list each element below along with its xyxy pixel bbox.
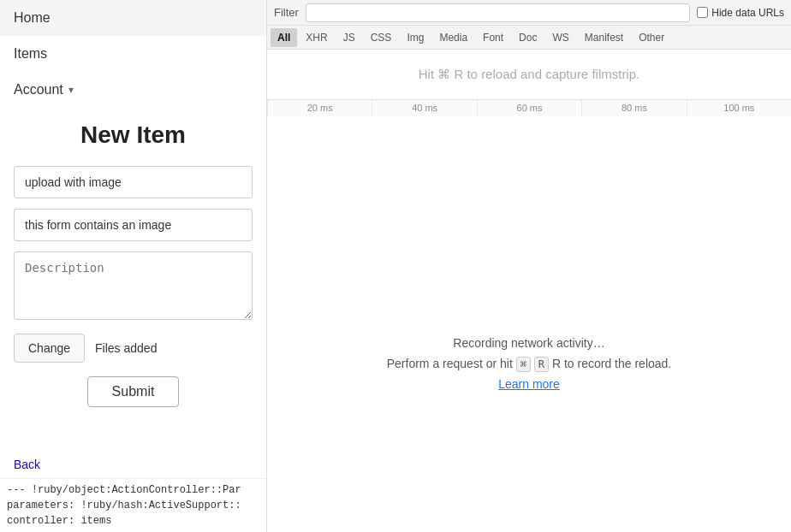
- hide-data-urls-checkbox[interactable]: [697, 7, 708, 18]
- devtools-panel: Filter Hide data URLs All XHR JS CSS Img…: [267, 0, 791, 532]
- tab-media[interactable]: Media: [432, 28, 474, 47]
- files-added-label: Files added: [95, 341, 157, 355]
- page-title: New Item: [14, 121, 253, 149]
- tab-font[interactable]: Font: [476, 28, 510, 47]
- network-status-area: Recording network activity… Perform a re…: [267, 195, 791, 532]
- ruler-mark-60: 60 ms: [477, 100, 581, 116]
- nav-home[interactable]: Home: [0, 0, 266, 36]
- cmd-key: ⌘: [516, 357, 531, 372]
- back-link[interactable]: Back: [0, 458, 266, 471]
- ruler-mark-20: 20 ms: [267, 100, 372, 116]
- perform-text: Perform a request or hit ⌘ R R to record…: [387, 357, 672, 370]
- console-line-1: --- !ruby/object:ActionController::Par: [7, 482, 259, 498]
- description-input[interactable]: [14, 251, 253, 320]
- submit-button[interactable]: Submit: [87, 376, 180, 407]
- name-input[interactable]: [14, 166, 253, 198]
- r-key: R: [534, 357, 549, 372]
- form-area: New Item Change Files added Submit: [0, 108, 266, 458]
- ruler-mark-40: 40 ms: [372, 100, 476, 116]
- tab-js[interactable]: JS: [336, 28, 362, 47]
- tab-css[interactable]: CSS: [364, 28, 399, 47]
- tab-manifest[interactable]: Manifest: [578, 28, 630, 47]
- filter-input[interactable]: [306, 3, 690, 22]
- ruler-mark-100: 100 ms: [687, 100, 791, 116]
- filter-label: Filter: [274, 6, 299, 19]
- tab-all[interactable]: All: [271, 28, 297, 47]
- tab-ws[interactable]: WS: [545, 28, 575, 47]
- tab-xhr[interactable]: XHR: [299, 28, 334, 47]
- tab-img[interactable]: Img: [400, 28, 431, 47]
- nav-account[interactable]: Account ▾: [0, 72, 266, 108]
- nav-items[interactable]: Items: [0, 36, 266, 72]
- devtools-tabs: All XHR JS CSS Img Media Font Doc WS Man…: [267, 26, 791, 50]
- console-output: --- !ruby/object:ActionController::Par p…: [0, 478, 266, 532]
- console-line-2: parameters: !ruby/hash:ActiveSupport::: [7, 498, 259, 513]
- ruler-mark-80: 80 ms: [581, 100, 686, 116]
- timeline-bars: [267, 116, 791, 228]
- change-button[interactable]: Change: [14, 334, 85, 363]
- devtools-toolbar: Filter Hide data URLs: [267, 0, 791, 26]
- subtitle-input[interactable]: [14, 209, 253, 241]
- tab-other[interactable]: Other: [632, 28, 671, 47]
- timeline-area: Hit ⌘ R to reload and capture filmstrip.…: [267, 50, 791, 195]
- console-line-3: controller: items: [7, 513, 259, 529]
- tab-doc[interactable]: Doc: [512, 28, 544, 47]
- submit-row: Submit: [14, 376, 253, 407]
- hide-data-urls-label[interactable]: Hide data URLs: [697, 7, 784, 19]
- file-row: Change Files added: [14, 334, 253, 363]
- nav-account-label: Account: [14, 82, 63, 98]
- left-panel: Home Items Account ▾ New Item Change Fil…: [0, 0, 267, 532]
- nav-section: Home Items Account ▾: [0, 0, 266, 108]
- learn-more-link[interactable]: Learn more: [498, 377, 560, 391]
- recording-text: Recording network activity…: [453, 336, 604, 350]
- filmstrip-message: Hit ⌘ R to reload and capture filmstrip.: [267, 50, 791, 99]
- timeline-ruler: 20 ms 40 ms 60 ms 80 ms 100 ms: [267, 99, 791, 116]
- chevron-down-icon: ▾: [68, 84, 74, 96]
